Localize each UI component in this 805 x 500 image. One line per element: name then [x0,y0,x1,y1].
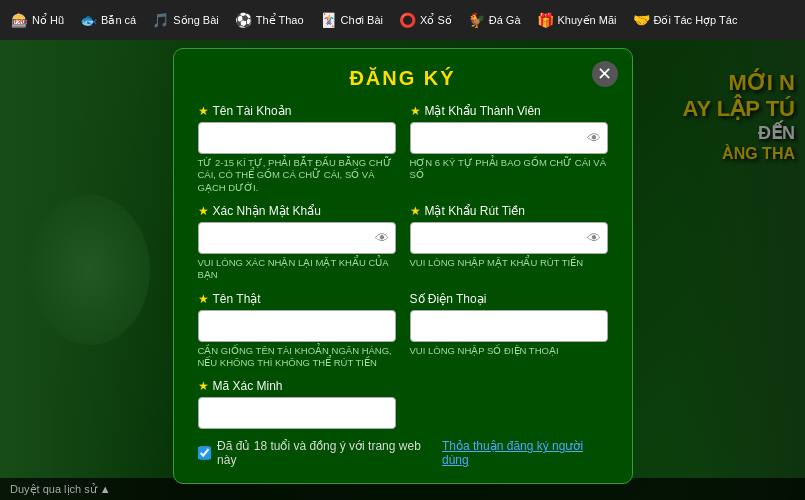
withdraw-password-label: ★ Mật Khẩu Rút Tiền [410,204,608,218]
phone-label: Số Điện Thoại [410,292,608,306]
nav-item-ban-ca[interactable]: 🐟 Bắn cá [73,8,143,32]
doi-tac-icon: 🤝 [633,12,650,28]
phone-group: Số Điện Thoại VUI LÒNG NHẬP SỐ ĐIỆN THOẠ… [410,292,608,370]
withdraw-password-input[interactable] [410,222,608,254]
captcha-label: ★ Mã Xác Minh [198,379,396,393]
confirm-password-group: ★ Xác Nhận Mật Khẩu 👁 VUI LÒNG XÁC NHẬN … [198,204,396,282]
no-hu-icon: 🎰 [11,12,28,28]
confirm-password-input[interactable] [198,222,396,254]
form-row-3: ★ Tên Thật CẦN GIỐNG TÊN TÀI KHOẢN NGÂN … [198,292,608,370]
nav-item-da-ga[interactable]: 🐓 Đá Gà [461,8,528,32]
star-icon: ★ [198,204,209,218]
form-row-1: ★ Tên Tài Khoản TỪ 2-15 KÍ TỰ, PHẢI BẮT … [198,104,608,194]
password-hint: HƠN 6 KÝ TỰ PHẢI BAO GỒM CHỮ CÁI VÀ SỐ [410,157,608,182]
phone-input-wrap [410,310,608,342]
star-icon: ★ [198,104,209,118]
nav-item-the-thao[interactable]: ⚽ Thể Thao [228,8,311,32]
captcha-input[interactable] [198,397,396,429]
form-row-2: ★ Xác Nhận Mật Khẩu 👁 VUI LÒNG XÁC NHẬN … [198,204,608,282]
star-icon: ★ [198,292,209,306]
star-icon: ★ [410,204,421,218]
username-label: ★ Tên Tài Khoản [198,104,396,118]
nav-item-khuyen-mai[interactable]: 🎁 Khuyến Mãi [530,8,624,32]
agree-checkbox[interactable] [198,446,212,460]
password-input[interactable] [410,122,608,154]
nav-item-song-bai[interactable]: 🎵 Sồng Bài [145,8,226,32]
confirm-password-input-wrap: 👁 [198,222,396,254]
phone-input[interactable] [410,310,608,342]
nav-item-xo-so[interactable]: ⭕ Xổ Số [392,8,459,32]
bottom-bar-text: Duyệt qua lịch sử ▲ [10,483,111,496]
withdraw-password-input-wrap: 👁 [410,222,608,254]
agree-link[interactable]: Thỏa thuận đăng ký người dùng [442,439,607,467]
confirm-password-eye-icon[interactable]: 👁 [375,230,389,246]
username-input[interactable] [198,122,396,154]
nav-item-no-hu[interactable]: 🎰 Nổ Hũ [4,8,71,32]
username-input-wrap [198,122,396,154]
captcha-input-wrap [198,397,396,429]
ban-ca-icon: 🐟 [80,12,97,28]
captcha-group: ★ Mã Xác Minh [198,379,396,429]
real-name-input[interactable] [198,310,396,342]
confirm-password-label: ★ Xác Nhận Mật Khẩu [198,204,396,218]
registration-modal: ĐĂNG KÝ ✕ ★ Tên Tài Khoản TỪ 2-15 KÍ TỰ,… [173,48,633,484]
phone-hint: VUI LÒNG NHẬP SỐ ĐIỆN THOẠI [410,345,608,357]
star-icon: ★ [410,104,421,118]
real-name-hint: CẦN GIỐNG TÊN TÀI KHOẢN NGÂN HÀNG, NẾU K… [198,345,396,370]
da-ga-icon: 🐓 [468,12,485,28]
username-group: ★ Tên Tài Khoản TỪ 2-15 KÍ TỰ, PHẢI BẮT … [198,104,396,194]
withdraw-password-group: ★ Mật Khẩu Rút Tiền 👁 VUI LÒNG NHẬP MẬT … [410,204,608,282]
form-row-4: ★ Mã Xác Minh [198,379,608,429]
withdraw-password-hint: VUI LÒNG NHẬP MẬT KHẨU RÚT TIỀN [410,257,608,269]
modal-title: ĐĂNG KÝ [198,67,608,90]
nav-item-doi-tac[interactable]: 🤝 Đối Tác Hợp Tác [626,8,745,32]
password-label: ★ Mật Khẩu Thành Viên [410,104,608,118]
confirm-password-hint: VUI LÒNG XÁC NHẬN LẠI MẬT KHẨU CỦA BẠN [198,257,396,282]
khuyen-mai-icon: 🎁 [537,12,554,28]
top-navigation: 🎰 Nổ Hũ 🐟 Bắn cá 🎵 Sồng Bài ⚽ Thể Thao 🃏… [0,0,805,40]
password-eye-icon[interactable]: 👁 [587,130,601,146]
password-group: ★ Mật Khẩu Thành Viên 👁 HƠN 6 KÝ TỰ PHẢI… [410,104,608,194]
real-name-input-wrap [198,310,396,342]
the-thao-icon: ⚽ [235,12,252,28]
choi-bai-icon: 🃏 [320,12,337,28]
username-hint: TỪ 2-15 KÍ TỰ, PHẢI BẮT ĐẦU BẰNG CHỮ CÁI… [198,157,396,194]
xo-so-icon: ⭕ [399,12,416,28]
withdraw-password-eye-icon[interactable]: 👁 [587,230,601,246]
star-icon: ★ [198,379,209,393]
agree-row: Đã đủ 18 tuổi và đồng ý với trang web nà… [198,439,608,467]
agree-text: Đã đủ 18 tuổi và đồng ý với trang web nà… [217,439,436,467]
nav-item-choi-bai[interactable]: 🃏 Chơi Bài [313,8,390,32]
song-bai-icon: 🎵 [152,12,169,28]
password-input-wrap: 👁 [410,122,608,154]
real-name-label: ★ Tên Thật [198,292,396,306]
real-name-group: ★ Tên Thật CẦN GIỐNG TÊN TÀI KHOẢN NGÂN … [198,292,396,370]
close-button[interactable]: ✕ [592,61,618,87]
captcha-spacer [410,379,608,429]
